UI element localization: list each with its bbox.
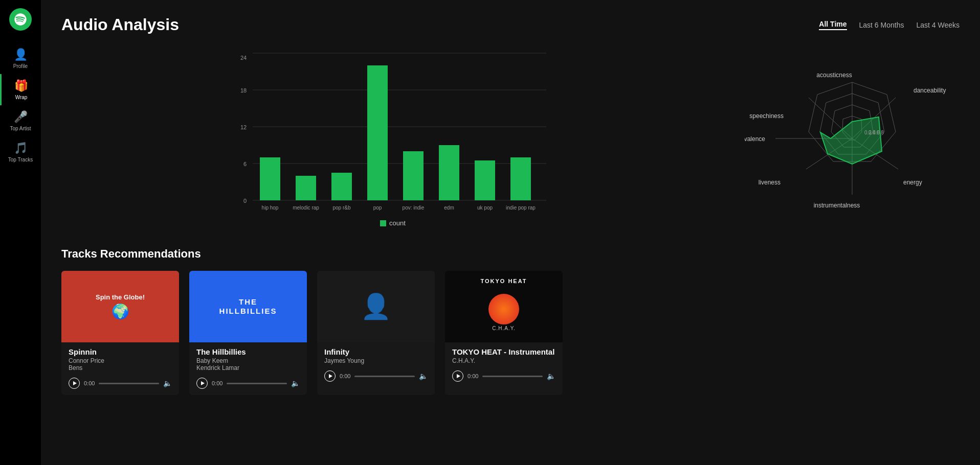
svg-text:0: 0 (243, 198, 247, 204)
svg-text:hip hop: hip hop (262, 205, 279, 211)
tracks-grid: Spin the Globe! 🌍 Spinnin Connor Price B… (61, 271, 960, 395)
track-art-1: Spin the Globe! 🌍 (61, 271, 179, 342)
track-art-3: 👤 (317, 271, 435, 342)
track-card-4: TOKYO HEAT C.H.A.Y. TOKYO HEAT - Instrum… (445, 271, 563, 395)
play-button-1[interactable] (69, 378, 80, 389)
svg-text:uk pop: uk pop (477, 205, 493, 211)
track-time-3: 0:00 (340, 373, 350, 379)
page-header: Audio Analysis All Time Last 6 Months La… (61, 15, 960, 34)
filter-last-6-months[interactable]: Last 6 Months (859, 21, 904, 29)
recommendations-section: Tracks Recommendations Spin the Globe! 🌍… (61, 247, 960, 395)
progress-bar-4[interactable] (482, 376, 543, 377)
sidebar-item-top-tracks[interactable]: 🎵 Top Tracks (0, 136, 41, 168)
track-controls-4: 0:00 🔈 (445, 367, 563, 382)
track-art-4: TOKYO HEAT C.H.A.Y. (445, 271, 563, 342)
charts-row: 0 6 12 18 24 hip hop melodic rap (61, 50, 960, 227)
sidebar-label-profile: Profile (13, 63, 28, 69)
svg-rect-12 (296, 176, 316, 200)
legend-color-box (380, 220, 386, 226)
sidebar-item-top-artist[interactable]: 🎤 Top Artist (0, 105, 41, 136)
track-time-4: 0:00 (467, 373, 478, 379)
page-title: Audio Analysis (61, 15, 179, 34)
bar-chart-container: 0 6 12 18 24 hip hop melodic rap (61, 50, 724, 227)
main-content: Audio Analysis All Time Last 6 Months La… (41, 0, 980, 465)
svg-rect-24 (510, 157, 531, 200)
track-artist-1: Connor Price (69, 357, 172, 364)
svg-text:24: 24 (240, 55, 247, 61)
sidebar-label-top-artist: Top Artist (10, 126, 31, 131)
svg-text:melodic rap: melodic rap (293, 205, 319, 211)
play-button-4[interactable] (452, 370, 463, 382)
svg-text:pop r&b: pop r&b (332, 205, 350, 211)
radar-label-liveness: liveness (759, 179, 781, 186)
track-time-2: 0:00 (212, 380, 222, 386)
time-filter-group: All Time Last 6 Months Last 4 Weeks (819, 20, 960, 30)
svg-rect-18 (403, 151, 424, 200)
track-card-1: Spin the Globe! 🌍 Spinnin Connor Price B… (61, 271, 179, 395)
track-album-2: Kendrick Lamar (196, 364, 300, 371)
top-artist-icon: 🎤 (14, 110, 28, 124)
volume-icon-3[interactable]: 🔈 (419, 372, 428, 380)
track-name-3: Infinity (324, 347, 428, 356)
sidebar-label-wrap: Wrap (15, 95, 28, 100)
svg-text:0.8: 0.8 (877, 130, 884, 135)
track-controls-1: 0:00 🔈 (61, 375, 179, 389)
radar-chart-svg: 0.2 0.4 0.6 0.8 acousticness danceabilit… (745, 52, 960, 225)
radar-label-instrumentalness: instrumentalness (814, 202, 860, 209)
track-controls-3: 0:00 🔈 (317, 367, 435, 382)
filter-last-4-weeks[interactable]: Last 4 Weeks (916, 21, 960, 29)
track-card-2: THEHILLBILLIES The Hillbillies Baby Keem… (189, 271, 307, 395)
svg-text:pop: pop (373, 205, 382, 211)
progress-bar-3[interactable] (354, 376, 415, 377)
svg-text:indie pop rap: indie pop rap (506, 205, 536, 211)
track-info-4: TOKYO HEAT - Instrumental C.H.A.Y. (445, 342, 563, 367)
spotify-logo[interactable] (9, 8, 32, 31)
track-card-3: 👤 Infinity Jaymes Young 0:00 🔈 (317, 271, 435, 395)
profile-icon: 👤 (14, 48, 28, 61)
bar-chart-svg: 0 6 12 18 24 hip hop melodic rap (61, 50, 724, 213)
svg-rect-22 (475, 160, 495, 200)
track-art-2: THEHILLBILLIES (189, 271, 307, 342)
track-album-1: Bens (69, 364, 172, 371)
svg-text:18: 18 (240, 87, 247, 94)
radar-label-valence: valence (745, 135, 765, 143)
progress-bar-2[interactable] (227, 383, 287, 384)
track-info-3: Infinity Jaymes Young (317, 342, 435, 367)
volume-icon-2[interactable]: 🔈 (291, 379, 300, 387)
play-button-2[interactable] (196, 378, 208, 389)
progress-bar-1[interactable] (99, 383, 159, 384)
sidebar: 👤 Profile 🎁 Wrap 🎤 Top Artist 🎵 Top Trac… (0, 0, 41, 465)
recommendations-title: Tracks Recommendations (61, 247, 960, 261)
sidebar-item-wrap[interactable]: 🎁 Wrap (0, 74, 41, 105)
svg-rect-14 (331, 173, 352, 200)
radar-label-acousticness: acousticness (816, 72, 852, 79)
radar-label-danceability: danceability (914, 87, 946, 94)
sidebar-label-top-tracks: Top Tracks (8, 157, 33, 162)
track-artist-2: Baby Keem (196, 357, 300, 364)
svg-text:6: 6 (243, 161, 247, 167)
track-time-1: 0:00 (84, 380, 95, 386)
svg-text:pov: indie: pov: indie (403, 205, 425, 211)
svg-rect-10 (260, 157, 280, 200)
track-artist-4: C.H.A.Y. (452, 357, 555, 364)
play-button-3[interactable] (324, 370, 336, 382)
volume-icon-1[interactable]: 🔈 (163, 379, 172, 387)
svg-rect-20 (439, 145, 459, 200)
track-name-1: Spinnin (69, 347, 172, 356)
sidebar-item-profile[interactable]: 👤 Profile (0, 43, 41, 74)
svg-text:edm: edm (444, 205, 454, 211)
filter-all-time[interactable]: All Time (819, 20, 847, 30)
svg-rect-16 (367, 65, 388, 200)
track-artist-3: Jaymes Young (324, 357, 428, 364)
radar-label-speechiness: speechiness (749, 112, 784, 120)
volume-icon-4[interactable]: 🔈 (547, 372, 555, 380)
track-name-4: TOKYO HEAT - Instrumental (452, 347, 555, 356)
radar-chart-container: 0.2 0.4 0.6 0.8 acousticness danceabilit… (745, 50, 960, 227)
radar-label-energy: energy (903, 179, 922, 186)
top-tracks-icon: 🎵 (14, 142, 28, 155)
track-name-2: The Hillbillies (196, 347, 300, 356)
wrap-icon: 🎁 (14, 79, 28, 92)
track-info-1: Spinnin Connor Price Bens (61, 342, 179, 375)
legend-label: count (389, 219, 406, 227)
track-controls-2: 0:00 🔈 (189, 375, 307, 389)
